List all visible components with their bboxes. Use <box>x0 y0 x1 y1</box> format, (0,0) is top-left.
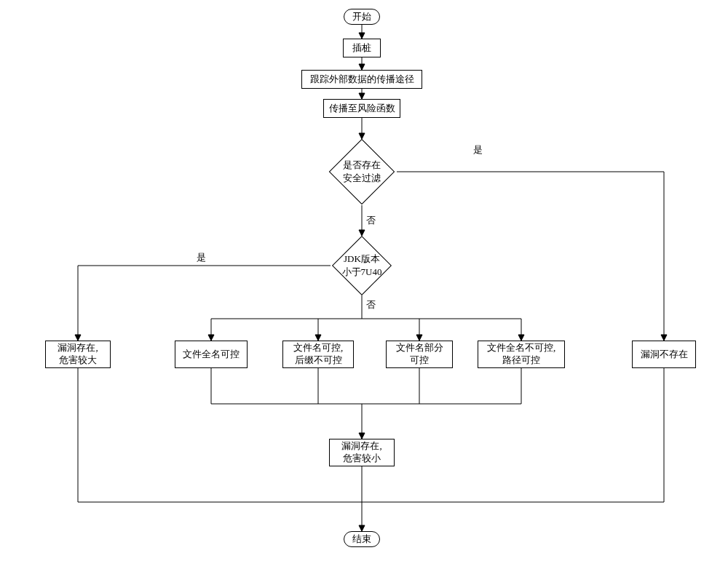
svg-marker-17 <box>315 335 321 341</box>
start-terminator: 开始 <box>344 9 380 25</box>
svg-marker-5 <box>359 93 365 99</box>
start-label: 开始 <box>352 11 371 23</box>
track-label: 跟踪外部数据的传播途径 <box>310 73 414 86</box>
outcome-vuln-none: 漏洞不存在 <box>632 341 696 368</box>
svg-marker-3 <box>359 64 365 70</box>
outcome-vuln-small: 漏洞存在, 危害较小 <box>329 439 395 466</box>
process-propagate: 传播至风险函数 <box>323 99 400 118</box>
svg-marker-34 <box>359 525 365 531</box>
edge-label-filter-no: 否 <box>366 214 376 227</box>
svg-marker-21 <box>518 335 524 341</box>
vuln-small-label: 漏洞存在, 危害较小 <box>341 440 381 465</box>
branch-name-full-controllable: 文件全名可控 <box>175 341 248 368</box>
svg-marker-15 <box>208 335 214 341</box>
name-partial-ctl-label: 文件名部分 可控 <box>396 342 443 367</box>
end-label: 结束 <box>352 533 371 546</box>
decision-jdk-version <box>341 244 383 287</box>
vuln-none-label: 漏洞不存在 <box>641 349 688 361</box>
branch-name-controllable-suffix-not: 文件名可控, 后缀不可控 <box>282 341 354 368</box>
svg-marker-8 <box>661 335 667 341</box>
edge-label-jdk-no: 否 <box>366 298 376 311</box>
outcome-vuln-big: 漏洞存在, 危害较大 <box>45 341 111 368</box>
svg-marker-10 <box>359 230 365 236</box>
svg-marker-28 <box>359 433 365 439</box>
process-instrument: 插桩 <box>343 39 381 57</box>
name-full-ctl-label: 文件全名可控 <box>183 349 240 361</box>
name-ctl-suffix-not-label: 文件名可控, 后缀不可控 <box>293 342 343 367</box>
name-not-ctl-path-ctl-label: 文件全名不可控, 路径可控 <box>487 342 555 367</box>
decision-security-filter <box>339 148 385 195</box>
instrument-label: 插桩 <box>352 42 371 55</box>
svg-marker-11 <box>75 335 81 341</box>
branch-name-partial-controllable: 文件名部分 可控 <box>386 341 453 368</box>
process-track: 跟踪外部数据的传播途径 <box>301 70 422 89</box>
svg-marker-19 <box>416 335 422 341</box>
edge-label-jdk-yes: 是 <box>197 251 206 264</box>
edge-label-filter-yes: 是 <box>473 143 483 156</box>
svg-marker-1 <box>359 33 365 39</box>
end-terminator: 结束 <box>344 531 380 547</box>
branch-name-not-controllable-path-controllable: 文件全名不可控, 路径可控 <box>478 341 565 368</box>
flowchart-canvas: 开始 插桩 跟踪外部数据的传播途径 传播至风险函数 是否存在 安全过滤 JDK版… <box>0 0 728 561</box>
vuln-big-label: 漏洞存在, 危害较大 <box>58 342 98 367</box>
propagate-label: 传播至风险函数 <box>329 103 395 115</box>
